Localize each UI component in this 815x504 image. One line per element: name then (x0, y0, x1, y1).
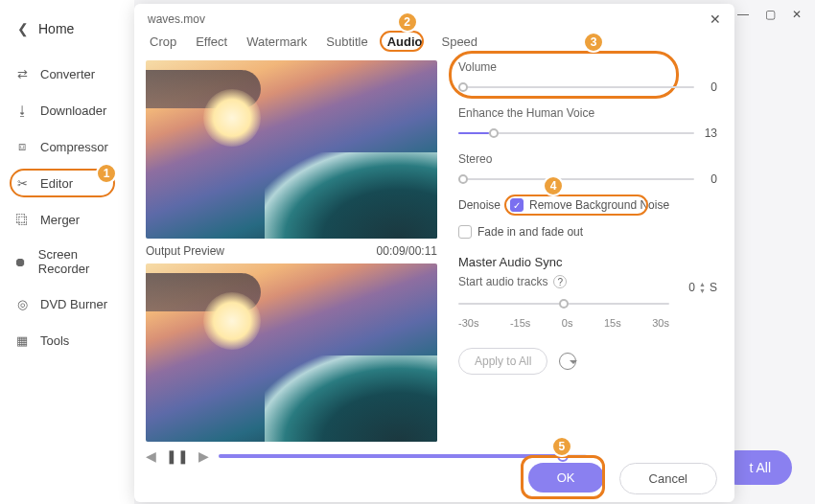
master-sync-heading: Master Audio Sync (458, 255, 717, 269)
sidebar-item-label: Merger (40, 213, 80, 227)
compressor-icon: ⧈ (13, 138, 31, 155)
step-badge-4: 4 (543, 175, 564, 196)
window-minimize-icon[interactable] (736, 8, 750, 21)
sidebar-item-label: Compressor (40, 140, 108, 154)
merger-icon: ⿻ (13, 211, 31, 228)
convert-all-label: t All (749, 460, 771, 475)
sidebar-item-editor[interactable]: ✂ Editor 1 (0, 165, 134, 201)
sidebar-item-converter[interactable]: ⇄ Converter (0, 56, 134, 92)
fade-checkbox[interactable]: Fade in and fade out (458, 225, 583, 239)
downloader-icon: ⭳ (13, 102, 31, 119)
sidebar-item-label: Downloader (40, 103, 106, 118)
home-nav[interactable]: ❮ Home (0, 15, 134, 56)
tick: 15s (604, 317, 621, 329)
fade-group: Fade in and fade out (458, 225, 717, 241)
sidebar-item-label: DVD Burner (40, 297, 107, 311)
tick: -30s (458, 317, 478, 329)
audio-controls: 3 Volume 0 Enhance the Human Voice 13 St… (449, 60, 723, 444)
tab-audio[interactable]: Audio 2 (387, 34, 423, 49)
sidebar-item-tools[interactable]: ▦ Tools (0, 322, 134, 358)
master-sync-group: Master Audio Sync Start audio tracks ? 0… (458, 255, 717, 329)
sidebar-item-downloader[interactable]: ⭳ Downloader (0, 92, 134, 128)
volume-group: 3 Volume 0 (458, 60, 717, 93)
preview-column: Output Preview 00:09/00:11 (146, 60, 437, 444)
stereo-value: 0 (710, 172, 717, 186)
fade-label: Fade in and fade out (477, 225, 583, 239)
source-video-preview (146, 60, 437, 239)
stereo-label: Stereo (458, 152, 717, 166)
apply-to-all-button[interactable]: Apply to All (458, 348, 547, 375)
enhance-slider[interactable]: 13 (458, 127, 717, 139)
help-icon[interactable]: ? (553, 275, 567, 288)
step-badge-2: 2 (397, 11, 418, 33)
stereo-slider[interactable]: 0 (458, 173, 717, 185)
tab-crop[interactable]: Crop (150, 34, 176, 49)
chevron-left-icon: ❮ (17, 21, 29, 36)
preview-timecode: 00:09/00:11 (377, 244, 437, 258)
volume-slider[interactable]: 0 (458, 81, 717, 93)
annotation-ring-denoise (504, 195, 648, 216)
stereo-group: Stereo 0 (458, 152, 717, 185)
step-badge-3: 3 (583, 32, 604, 53)
pause-icon[interactable]: ❚❚ (166, 448, 189, 464)
sidebar-item-label: Screen Recorder (38, 247, 121, 276)
preview-caption: Output Preview (146, 244, 224, 258)
converter-icon: ⇄ (13, 65, 31, 82)
enhance-label: Enhance the Human Voice (458, 106, 717, 120)
tick: 30s (652, 317, 669, 329)
dvd-icon: ◎ (13, 295, 31, 312)
sync-unit: S (710, 281, 717, 294)
tab-watermark[interactable]: Watermark (246, 34, 307, 49)
tab-effect[interactable]: Effect (196, 34, 227, 49)
prev-frame-icon[interactable]: ◀ (146, 448, 156, 464)
sync-stepper[interactable]: ▲▼ (699, 281, 706, 294)
enhance-value: 13 (705, 126, 717, 140)
checkbox-icon (458, 225, 472, 239)
sidebar-item-dvd-burner[interactable]: ◎ DVD Burner (0, 286, 134, 322)
sidebar-item-label: Converter (40, 67, 95, 81)
cancel-button[interactable]: Cancel (619, 463, 717, 494)
sidebar-item-label: Tools (40, 333, 69, 348)
enhance-group: Enhance the Human Voice 13 (458, 106, 717, 139)
editor-dialog: waves.mov ✕ Crop Effect Watermark Subtit… (134, 4, 734, 502)
denoise-group: Denoise 4 ✓ Remove Background Noise (458, 198, 717, 212)
step-badge-5: 5 (551, 436, 572, 457)
sidebar-item-merger[interactable]: ⿻ Merger (0, 201, 134, 238)
window-maximize-icon[interactable] (763, 8, 777, 21)
step-badge-1: 1 (96, 163, 117, 184)
annotation-ring-ok (521, 455, 605, 499)
sync-tick-labels: -30s -15s 0s 15s 30s (458, 317, 669, 329)
denoise-label: Denoise (458, 198, 501, 212)
home-label: Home (38, 21, 74, 36)
start-tracks-label: Start audio tracks (458, 275, 547, 288)
reset-icon[interactable] (559, 353, 576, 370)
sync-value: 0 (688, 281, 695, 294)
next-frame-icon[interactable]: ▶ (198, 448, 209, 464)
tools-icon: ▦ (13, 332, 31, 349)
dialog-title: waves.mov (148, 12, 205, 26)
tick: 0s (562, 317, 573, 329)
recorder-icon: ⏺ (13, 253, 29, 270)
sidebar: ❮ Home ⇄ Converter ⭳ Downloader ⧈ Compre… (0, 0, 134, 504)
window-close-icon[interactable] (790, 8, 803, 21)
volume-value: 0 (710, 80, 717, 94)
sidebar-item-screen-recorder[interactable]: ⏺ Screen Recorder (0, 238, 134, 286)
tick: -15s (510, 317, 530, 329)
output-video-preview (146, 263, 437, 442)
tab-subtitle[interactable]: Subtitle (326, 34, 367, 49)
annotation-ring-audio (380, 31, 424, 52)
dialog-close-icon[interactable]: ✕ (710, 11, 721, 27)
tab-speed[interactable]: Speed (441, 34, 477, 49)
sidebar-item-compressor[interactable]: ⧈ Compressor (0, 128, 134, 165)
sync-slider[interactable] (458, 298, 669, 311)
